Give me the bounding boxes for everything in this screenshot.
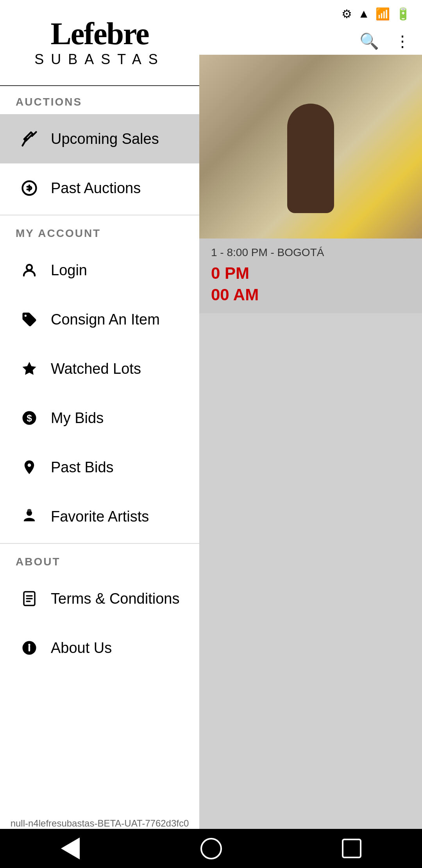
more-options-icon[interactable]: ⋮	[395, 32, 410, 50]
past-auctions-label: Past Auctions	[51, 180, 141, 197]
svg-rect-9	[27, 509, 32, 512]
favorite-artists-label: Favorite Artists	[51, 508, 149, 525]
time-line-1: 0 PM	[211, 264, 249, 282]
time-line-2: 00 AM	[211, 285, 259, 304]
back-button[interactable]	[55, 833, 86, 864]
wifi-icon: ▲	[358, 7, 370, 20]
svg-text:$: $	[27, 413, 32, 423]
info-icon	[16, 634, 43, 662]
menu-item-consign[interactable]: Consign An Item	[0, 295, 199, 344]
menu-item-about-us[interactable]: About Us	[0, 623, 199, 673]
bid-icon: $	[16, 404, 43, 432]
menu-item-upcoming-sales[interactable]: Upcoming Sales	[0, 114, 199, 163]
right-panel: 🔍 ⋮ 1 - 8:00 PM - BOGOTÁ 0 PM 00 AM	[199, 0, 422, 868]
divider-2	[0, 543, 199, 544]
battery-icon: 🔋	[396, 7, 410, 21]
logo-subtitle: SUBASTAS	[34, 51, 165, 68]
dollar-circle-icon	[16, 174, 43, 202]
back-icon	[61, 838, 80, 859]
side-drawer: Lefebre SUBASTAS AUCTIONS Upcoming Sales…	[0, 0, 199, 868]
menu-item-login[interactable]: Login	[0, 246, 199, 295]
photo-background	[199, 55, 422, 239]
past-bids-label: Past Bids	[51, 459, 114, 476]
menu-item-favorite-artists[interactable]: Favorite Artists	[0, 492, 199, 541]
event-info-area: 1 - 8:00 PM - BOGOTÁ 0 PM 00 AM	[199, 239, 422, 313]
logo: Lefebre SUBASTAS	[34, 18, 165, 68]
document-icon	[16, 585, 43, 612]
location-icon	[16, 454, 43, 481]
consign-label: Consign An Item	[51, 311, 160, 328]
svg-point-16	[28, 644, 30, 646]
login-label: Login	[51, 262, 87, 279]
svg-marker-5	[23, 362, 36, 375]
about-us-label: About Us	[51, 640, 112, 656]
search-icon[interactable]: 🔍	[359, 32, 379, 50]
status-icons: ⚙ ▲ 📶 🔋	[342, 7, 410, 21]
logo-area: Lefebre SUBASTAS	[0, 0, 199, 86]
menu-item-past-bids[interactable]: Past Bids	[0, 443, 199, 492]
settings-icon: ⚙	[342, 7, 352, 21]
right-panel-header: 🔍 ⋮	[199, 27, 422, 55]
watched-lots-label: Watched Lots	[51, 360, 141, 377]
terms-label: Terms & Conditions	[51, 590, 179, 607]
event-location-text: 1 - 8:00 PM - BOGOTÁ	[211, 246, 410, 259]
menu-item-watched-lots[interactable]: Watched Lots	[0, 344, 199, 393]
menu-item-my-bids[interactable]: $ My Bids	[0, 393, 199, 443]
bottom-navigation	[0, 829, 422, 868]
upcoming-sales-label: Upcoming Sales	[51, 131, 159, 147]
divider-1	[0, 215, 199, 215]
menu-item-terms[interactable]: Terms & Conditions	[0, 574, 199, 623]
artist-icon	[16, 503, 43, 530]
section-about: ABOUT	[0, 546, 199, 574]
my-bids-label: My Bids	[51, 410, 104, 427]
signal-icon: 📶	[376, 7, 390, 21]
home-button[interactable]	[195, 833, 227, 864]
recents-icon	[342, 839, 361, 858]
home-icon	[200, 838, 222, 859]
logo-brand: Lefebre	[34, 18, 165, 49]
tag-icon	[16, 306, 43, 333]
gavel-icon	[16, 125, 43, 152]
recents-button[interactable]	[336, 833, 367, 864]
section-auctions: AUCTIONS	[0, 86, 199, 114]
photo-figure	[287, 104, 334, 213]
section-my-account: MY ACCOUNT	[0, 217, 199, 246]
menu-item-past-auctions[interactable]: Past Auctions	[0, 163, 199, 213]
person-icon	[16, 256, 43, 284]
svg-point-4	[27, 265, 32, 270]
star-icon	[16, 355, 43, 382]
auction-image	[199, 55, 422, 239]
event-time-text: 0 PM 00 AM	[211, 263, 410, 305]
